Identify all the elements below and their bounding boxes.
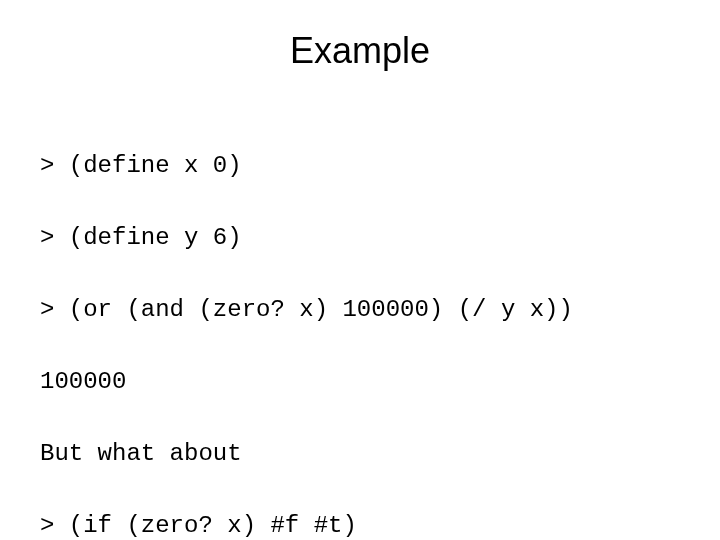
slide-title: Example [40, 30, 680, 72]
code-line: 100000 [40, 364, 680, 400]
code-example-block: > (define x 0) > (define y 6) > (or (and… [40, 112, 680, 540]
code-line: > (define x 0) [40, 148, 680, 184]
code-line: > (if (zero? x) #f #t) [40, 508, 680, 540]
code-line: > (or (and (zero? x) 100000) (/ y x)) [40, 292, 680, 328]
code-line: > (define y 6) [40, 220, 680, 256]
code-line: But what about [40, 436, 680, 472]
